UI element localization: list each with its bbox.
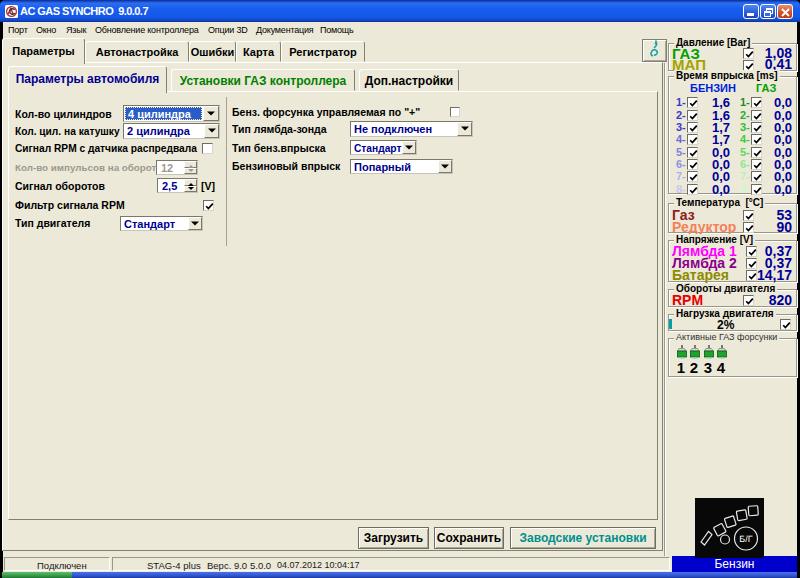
svg-text:Б/Г: Б/Г [739,534,752,544]
